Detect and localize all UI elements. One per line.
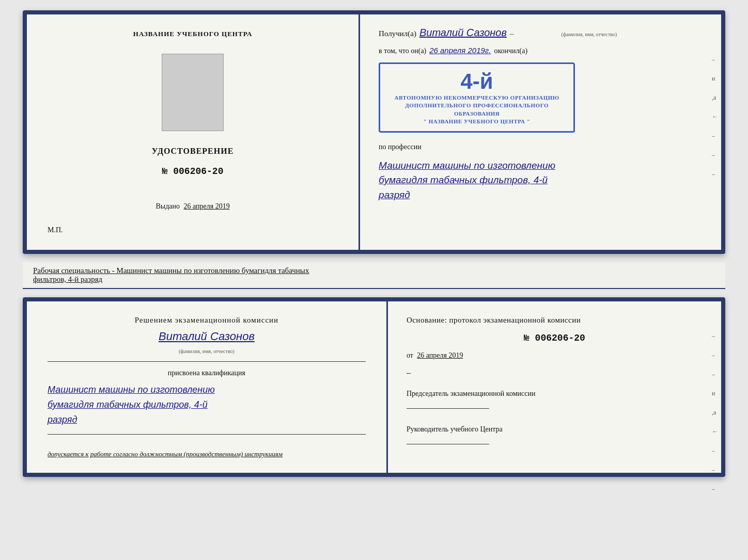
stamp-line2: ДОПОЛНИТЕЛЬНОГО ПРОФЕССИОНАЛЬНОГО ОБРАЗО… [387, 102, 566, 118]
bottom-right-panel: Основание: протокол экзаменационной коми… [388, 301, 721, 473]
certificate-document: НАЗВАНИЕ УЧЕБНОГО ЦЕНТРА УДОСТОВЕРЕНИЕ №… [23, 10, 725, 254]
subtitle-band: Рабочая специальность - Машинист машины … [23, 262, 725, 289]
issued-date: 26 апреля 2019 [184, 202, 230, 210]
subtitle-text: Рабочая специальность - Машинист машины … [33, 266, 309, 275]
cert-photo [162, 54, 224, 131]
bottom-profession-text: Машинист машины по изготовлению бумагидл… [48, 382, 366, 427]
bottom-prof-line2: бумагидля табачных фильтров, 4-й [48, 397, 366, 412]
cert-stamp: 4-й АВТОНОМНУЮ НЕКОММЕРЧЕСКУЮ ОРГАНИЗАЦИ… [379, 62, 575, 133]
bottom-document: Решением экзаменационной комиссии Витали… [23, 297, 725, 477]
допускается-value: работе согласно должностным (производств… [90, 450, 283, 458]
bottom-date: 26 апреля 2019 [417, 351, 463, 359]
cert-name-handwritten: Виталий Сазонов [419, 27, 507, 39]
bottom-date-line: от 26 апреля 2019 [407, 351, 703, 360]
cert-in-that-line: в том, что он(а) 26 апреля 2019г. окончи… [379, 46, 703, 55]
bottom-number: № 006206-20 [407, 333, 703, 343]
cert-left-panel: НАЗВАНИЕ УЧЕБНОГО ЦЕНТРА УДОСТОВЕРЕНИЕ №… [27, 14, 360, 250]
cert-center-name: НАЗВАНИЕ УЧЕБНОГО ЦЕНТРА [133, 30, 253, 38]
subtitle-underlined: фильтров, 4-й разряд [33, 275, 102, 283]
chairman-sig-line [407, 408, 489, 409]
prof-line3: разряд [379, 188, 703, 203]
bottom-divider1 [48, 361, 366, 362]
bottom-допускается: допускается к работе согласно должностны… [48, 450, 366, 458]
cert-date-handwritten: 26 апреля 2019г. [429, 46, 491, 55]
profession-label: по профессии [379, 143, 703, 151]
bottom-title: Решением экзаменационной комиссии [48, 316, 366, 325]
cert-right-panel: Получил(а) Виталий Сазонов – (фамилия, и… [360, 14, 721, 250]
prof-line1: Машинист машины по изготовлению [379, 158, 703, 173]
stamp-big-text: 4-й [387, 69, 566, 94]
cert-side-marks: – и ,а ← – – – [712, 56, 718, 178]
bottom-name-handwritten: Виталий Сазонов [48, 330, 366, 343]
in-that-label: в том, что он(а) [379, 47, 426, 55]
cert-profession-text: Машинист машины по изготовлению бумагидл… [379, 158, 703, 203]
bottom-prof-line1: Машинист машины по изготовлению [48, 382, 366, 397]
fio-sublabel: (фамилия, имя, отчество) [561, 31, 617, 37]
cert-doc-number: № 006206-20 [162, 166, 224, 177]
cert-mp: М.П. [48, 226, 63, 234]
допускается-label: допускается к [48, 450, 89, 458]
head-sig-line [407, 444, 489, 444]
cert-issued-line: Выдано 26 апреля 2019 [155, 202, 229, 211]
bottom-chairman-label: Председатель экзаменационной комиссии [407, 390, 703, 398]
bottom-basis-label: Основание: протокол экзаменационной коми… [407, 316, 703, 325]
bottom-prof-line3: разряд [48, 412, 366, 427]
received-label: Получил(а) [379, 29, 416, 38]
finished-label: окончил(а) [494, 47, 527, 55]
bottom-divider2 [48, 434, 366, 435]
bottom-assigned-label: присвоена квалификация [48, 369, 366, 377]
issued-label: Выдано [155, 202, 180, 210]
prof-line2: бумагидля табачных фильтров, 4-й [379, 173, 703, 188]
bottom-left-panel: Решением экзаменационной комиссии Витали… [27, 301, 388, 473]
stamp-line1: АВТОНОМНУЮ НЕКОММЕРЧЕСКУЮ ОРГАНИЗАЦИЮ [387, 94, 566, 102]
bottom-fio-label: (фамилия, имя, отчество) [48, 348, 366, 354]
cert-received-line: Получил(а) Виталий Сазонов – (фамилия, и… [379, 27, 703, 39]
cert-doc-title: УДОСТОВЕРЕНИЕ [152, 147, 234, 156]
stamp-line3: " НАЗВАНИЕ УЧЕБНОГО ЦЕНТРА " [387, 118, 566, 125]
bottom-side-marks: – – – и ,а ← – – – [712, 332, 718, 493]
bottom-head-label: Руководитель учебного Центра [407, 425, 703, 434]
bottom-dash-line: – [407, 368, 703, 377]
date-prefix: от [407, 351, 413, 359]
